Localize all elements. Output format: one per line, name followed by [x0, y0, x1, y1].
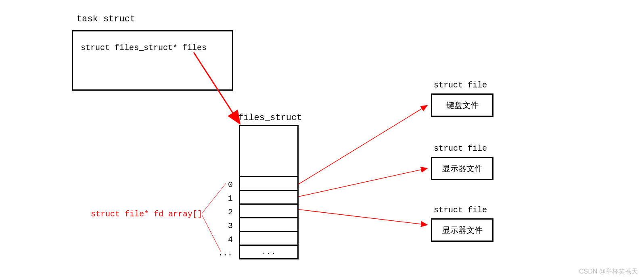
task-struct-box: [72, 30, 233, 91]
index-5: ...: [218, 249, 232, 258]
svg-line-2: [202, 183, 226, 214]
files-struct-title: files_struct: [238, 113, 302, 123]
task-struct-title: task_struct: [77, 14, 135, 24]
fd-array-label: struct file* fd_array[]: [91, 209, 202, 219]
array-cell-5: ...: [239, 246, 299, 259]
struct-file-label-2: struct file: [434, 205, 487, 215]
file-content-1: 显示器文件: [442, 163, 483, 174]
struct-file-box-2: 显示器文件: [431, 218, 493, 242]
svg-line-6: [299, 209, 427, 225]
array-cell-0: [239, 177, 299, 191]
index-1: 1: [228, 194, 233, 203]
files-struct-top-cell: [239, 125, 299, 177]
struct-file-label-0: struct file: [434, 81, 487, 90]
svg-line-4: [299, 106, 427, 184]
struct-file-box-0: 键盘文件: [431, 93, 493, 117]
array-cell-2: [239, 205, 299, 218]
index-0: 0: [228, 180, 233, 189]
file-content-2: 显示器文件: [442, 225, 483, 236]
array-cell-1: [239, 191, 299, 205]
cell-ellipsis: ...: [261, 247, 276, 257]
struct-file-label-1: struct file: [434, 144, 487, 153]
watermark: CSDN @举杯笑苍天: [579, 268, 638, 276]
task-struct-field: struct files_struct* files: [81, 43, 207, 52]
array-cell-3: [239, 218, 299, 232]
index-3: 3: [228, 221, 233, 230]
index-2: 2: [228, 207, 233, 217]
array-cell-4: [239, 232, 299, 246]
index-4: 4: [228, 235, 233, 244]
struct-file-box-1: 显示器文件: [431, 157, 493, 180]
file-content-0: 键盘文件: [446, 100, 479, 111]
svg-line-3: [202, 215, 221, 252]
svg-line-5: [299, 168, 427, 197]
